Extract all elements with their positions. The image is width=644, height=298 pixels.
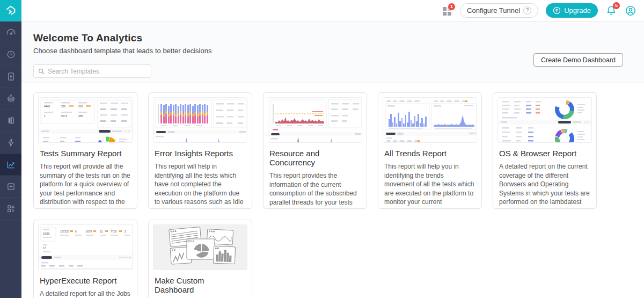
svg-text:7716: 7716	[111, 230, 116, 233]
configure-tunnel-button[interactable]: Configure Tunnel ?	[460, 3, 538, 18]
main-content: Welcome To Analytics Choose dashboard te…	[21, 21, 644, 298]
card-title: Resource and Concurrency	[269, 149, 361, 167]
sidebar-item-dashboard[interactable]	[0, 21, 21, 43]
page-title: Welcome To Analytics	[33, 32, 142, 44]
template-search	[33, 64, 151, 78]
card-resource-concurrency[interactable]: Resource and Concurrency This report pro…	[263, 92, 367, 209]
sidebar-item-real-device[interactable]	[0, 66, 21, 88]
devices-book-icon	[6, 115, 16, 126]
card-title: Make Custom Dashboard	[155, 276, 246, 294]
profile-button[interactable]	[625, 5, 636, 17]
create-demo-dashboard-button[interactable]: Create Demo Dashboard	[533, 53, 623, 67]
apps-badge: 1	[448, 3, 455, 10]
tunnel-help-icon[interactable]: ?	[523, 6, 531, 14]
configure-tunnel-label: Configure Tunnel	[467, 6, 520, 14]
clock-icon	[6, 49, 16, 60]
svg-text:6: 6	[75, 230, 77, 233]
svg-text:17: 17	[43, 246, 46, 250]
svg-text:51: 51	[100, 230, 103, 233]
card-description: A detailed report on the current coverag…	[499, 162, 590, 209]
notifications-badge: 5	[613, 2, 620, 9]
svg-text:203: 203	[78, 105, 83, 108]
sidebar	[0, 0, 21, 298]
sidebar-item-automation[interactable]	[0, 88, 21, 110]
svg-text:1679: 1679	[86, 230, 92, 233]
card-description: This report will help you in identifying…	[384, 162, 475, 209]
lambdatest-logo[interactable]	[0, 0, 21, 21]
card-description: This report provides the information of …	[269, 171, 361, 209]
mobile-lightning-icon	[6, 71, 16, 82]
sidebar-item-integrations[interactable]	[0, 198, 21, 220]
card-description: A detailed report for all the Jobs run t…	[40, 289, 131, 298]
card-title: HyperExecute Report	[40, 276, 131, 285]
shapes-icon	[6, 203, 16, 214]
apps-menu-button[interactable]: 1	[443, 6, 452, 16]
upgrade-label: Upgrade	[564, 6, 591, 14]
card-description: This report will provide all the summary…	[40, 162, 131, 209]
sidebar-item-create-new[interactable]	[0, 176, 21, 198]
svg-text:16/50: 16/50	[43, 232, 50, 235]
upgrade-arrow-icon	[553, 6, 561, 14]
all-trends-thumbnail	[383, 97, 477, 143]
card-os-browser[interactable]: OS & Browser Report A detailed report on…	[493, 92, 597, 209]
svg-text:4448: 4448	[44, 105, 50, 108]
svg-text:167230: 167230	[60, 230, 69, 233]
card-make-custom-dashboard[interactable]: Make Custom Dashboard You can create you…	[148, 220, 252, 298]
search-icon	[38, 68, 45, 75]
lambdatest-logo-icon	[5, 5, 17, 17]
sidebar-item-history[interactable]	[0, 43, 21, 66]
plus-square-icon	[6, 181, 16, 192]
resource-concurrency-thumbnail	[268, 97, 362, 143]
page-subtitle: Choose dashboard template that leads to …	[33, 47, 211, 55]
svg-text:2: 2	[125, 230, 126, 233]
dashboard-icon	[6, 27, 16, 38]
card-hyperexecute[interactable]: 16/50 167230 6 1679 51 7716 2 17	[33, 220, 137, 298]
svg-text:5073: 5073	[61, 114, 67, 118]
sidebar-item-virtual-devices[interactable]	[0, 110, 21, 132]
error-insights-thumbnail	[153, 97, 247, 143]
card-error-insights[interactable]: Error Insights Reports This report will …	[148, 92, 252, 209]
svg-text:1: 1	[44, 114, 46, 118]
hyperexecute-thumbnail: 16/50 167230 6 1679 51 7716 2 17	[38, 224, 133, 270]
user-avatar-icon	[625, 5, 636, 17]
analytics-chart-icon	[6, 159, 16, 170]
svg-text:220: 220	[61, 105, 66, 108]
topbar: 1 Configure Tunnel ? Upgrade 5	[21, 0, 644, 21]
search-input[interactable]	[48, 68, 147, 75]
notifications-button[interactable]: 5	[605, 5, 617, 17]
template-cards-grid: 4448220203 15073458	[21, 83, 612, 298]
card-title: Tests Summary Report	[40, 149, 131, 158]
card-tests-summary[interactable]: 4448220203 15073458	[33, 92, 137, 209]
card-title: Error Insights Reports	[155, 149, 246, 158]
card-title: All Trends Report	[384, 149, 475, 158]
robot-icon	[6, 93, 16, 104]
card-title: OS & Browser Report	[499, 149, 590, 158]
os-browser-thumbnail	[497, 97, 592, 143]
lightning-icon	[6, 137, 16, 148]
custom-dashboard-thumbnail	[153, 224, 247, 270]
card-all-trends[interactable]: All Trends Report This report will help …	[378, 92, 482, 209]
upgrade-button[interactable]: Upgrade	[546, 3, 598, 18]
analytics-header-section: Welcome To Analytics Choose dashboard te…	[21, 21, 644, 83]
svg-text:458: 458	[78, 114, 83, 118]
sidebar-item-hyperexecute[interactable]	[0, 132, 21, 154]
tests-summary-thumbnail: 4448220203 15073458	[38, 97, 133, 143]
card-description: This report will help in identifying all…	[155, 162, 246, 209]
sidebar-item-analytics[interactable]	[0, 154, 21, 176]
